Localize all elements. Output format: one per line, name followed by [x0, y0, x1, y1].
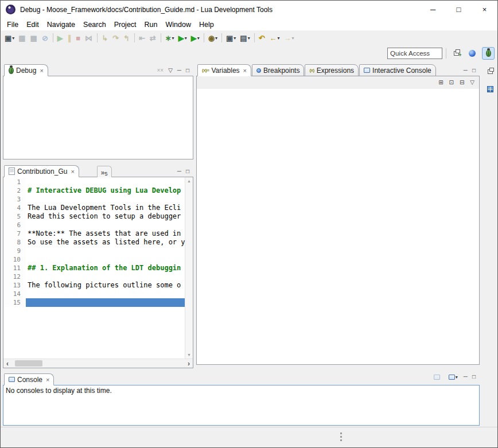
open-console-button[interactable]: ▾ [448, 371, 459, 383]
view-grid-icon [487, 86, 493, 92]
main-toolbar: ▣▾▦▩⊘▶∥■⋈↳↷↰⇤⇄∗▾▶▾▶▾◉▾▣▾▤▾↶←▾→▾ [1, 30, 497, 45]
line-number: 2 [3, 186, 26, 195]
collapse-all-icon[interactable]: ⊟ [460, 80, 464, 85]
editor-line: 12 [3, 272, 185, 281]
resume-icon[interactable]: ▶ [56, 32, 65, 44]
hidden-editors-chevron[interactable]: »5 [97, 166, 112, 177]
show-logical-structure-icon[interactable]: ⊞ [438, 80, 443, 85]
menu-item[interactable]: Project [110, 20, 141, 30]
skip-breakpoints-icon[interactable]: ⊘ [40, 32, 50, 44]
editor-line: 11 ## 1. Explanation of the LDT debuggin [3, 264, 185, 272]
close-button[interactable]: × [472, 1, 497, 18]
variables-toolbar: ⊞ ⊡ ⊟ ▽ [196, 76, 480, 89]
run-icon[interactable]: ▶▾ [177, 32, 189, 44]
external-tools-icon[interactable]: ▶▾ [189, 32, 201, 44]
menu-item[interactable]: File [3, 20, 22, 30]
view-menu-icon[interactable]: ▽ [168, 68, 173, 73]
perspective-button-debug[interactable] [482, 47, 495, 60]
tab-breakpoints[interactable]: Breakpoints [252, 64, 304, 76]
debug-view-body[interactable] [3, 76, 193, 159]
restore-view-icon [488, 69, 493, 74]
debug-view-icon [9, 67, 14, 74]
maximize-button[interactable]: □ [446, 1, 472, 18]
tab-variables[interactable]: (x)= Variables × [197, 64, 251, 76]
search-icon[interactable]: ◉▾ [207, 32, 219, 44]
close-tab-icon[interactable]: × [243, 67, 247, 74]
restore-view-button[interactable] [484, 66, 496, 77]
menu-item[interactable]: Help [195, 20, 218, 30]
save-all-icon[interactable]: ▩ [29, 32, 40, 44]
close-tab-icon[interactable]: × [71, 168, 74, 175]
line-text [26, 178, 185, 186]
sash-handle[interactable] [340, 433, 342, 441]
maximize-view-icon[interactable]: □ [472, 374, 476, 380]
minimize-view-icon[interactable]: ─ [177, 68, 181, 73]
perspective-button-ldt[interactable] [466, 47, 478, 60]
debug-icon[interactable]: ∗▾ [164, 32, 176, 44]
tab-contribution-guide[interactable]: Contribution_Gu × [4, 165, 79, 177]
scrollbar-thumb[interactable] [15, 360, 42, 367]
menu-item[interactable]: Window [162, 20, 195, 30]
scroll-up-icon[interactable]: ▲ [185, 179, 193, 183]
menu-item[interactable]: Edit [22, 20, 43, 30]
scroll-down-icon[interactable]: ▼ [185, 353, 193, 357]
step-into-icon[interactable]: ↳ [100, 32, 110, 44]
right-view-controls: ─ □ [464, 68, 480, 76]
open-console-icon [449, 375, 455, 380]
step-return-icon[interactable]: ↰ [122, 32, 132, 44]
tab-label: Console [17, 376, 42, 384]
suspend-icon[interactable]: ∥ [66, 32, 74, 44]
quick-access-input[interactable] [387, 48, 442, 59]
line-number: 14 [3, 290, 26, 298]
console-toolbar: ▾ ─ □ [431, 371, 480, 385]
back-icon[interactable]: ←▾ [268, 32, 282, 44]
editor-line: 13 The following pictures outline some o [3, 281, 185, 290]
remove-terminated-icon[interactable]: ×× [157, 68, 164, 73]
load-contents-icon[interactable]: ⊡ [449, 80, 454, 85]
editor-text-area[interactable]: 1 2 # Interactive DEBUG using Lua Develo… [3, 177, 185, 359]
minimize-button[interactable]: ─ [420, 1, 446, 18]
last-edit-location-icon[interactable]: ↶ [257, 32, 267, 44]
tab-interactive-console[interactable]: Interactive Console [359, 64, 436, 76]
editor-line: 3 [3, 195, 185, 204]
minimize-view-icon[interactable]: ─ [177, 169, 181, 174]
new-file-icon[interactable]: ▣▾ [224, 32, 238, 44]
scroll-left-icon[interactable]: ‹ [3, 360, 11, 367]
maximize-view-icon[interactable]: □ [186, 68, 189, 73]
variables-view-body[interactable] [196, 89, 480, 365]
console-body[interactable]: No consoles to display at this time. [3, 385, 480, 426]
open-view-button[interactable] [484, 83, 496, 95]
maximize-view-icon[interactable]: □ [186, 169, 189, 174]
window-title: Debug - Moose_Framework/docs/Contributio… [20, 6, 273, 14]
drop-to-frame-icon[interactable]: ⇤ [137, 32, 147, 44]
close-tab-icon[interactable]: × [46, 376, 49, 383]
line-text: **Note:** The assets that are used in [26, 229, 185, 238]
new-icon[interactable]: ▣▾ [3, 32, 16, 44]
scrollbar-track[interactable] [11, 359, 185, 368]
view-menu-icon[interactable]: ▽ [470, 80, 474, 85]
step-filters-icon[interactable]: ⇄ [148, 32, 158, 44]
scroll-right-icon[interactable]: › [185, 360, 193, 367]
open-wizard-icon[interactable]: ▤▾ [238, 32, 251, 44]
save-icon[interactable]: ▦ [17, 32, 28, 44]
line-text: So use the assets as listed here, or y [26, 238, 185, 247]
console-icon [9, 377, 15, 382]
terminate-icon[interactable]: ■ [74, 32, 83, 44]
tab-console[interactable]: Console × [4, 373, 54, 385]
menu-item[interactable]: Search [79, 20, 110, 30]
editor-vertical-scrollbar[interactable]: ▲ ▼ [185, 177, 193, 359]
tab-debug[interactable]: Debug × [4, 64, 48, 76]
minimize-view-icon[interactable]: ─ [464, 68, 468, 73]
disconnect-icon[interactable]: ⋈ [83, 32, 95, 44]
display-selected-console-button[interactable] [431, 371, 443, 383]
minimize-view-icon[interactable]: ─ [464, 374, 468, 380]
tab-expressions[interactable]: (x) Expressions [305, 64, 359, 76]
open-perspective-button[interactable] [450, 47, 462, 60]
editor-horizontal-scrollbar[interactable]: ‹ › [3, 359, 193, 368]
step-over-icon[interactable]: ↷ [111, 32, 121, 44]
forward-icon[interactable]: →▾ [282, 32, 296, 44]
close-tab-icon[interactable]: × [40, 67, 43, 74]
maximize-view-icon[interactable]: □ [472, 68, 476, 73]
menu-item[interactable]: Run [141, 20, 162, 30]
menu-item[interactable]: Navigate [43, 20, 79, 30]
